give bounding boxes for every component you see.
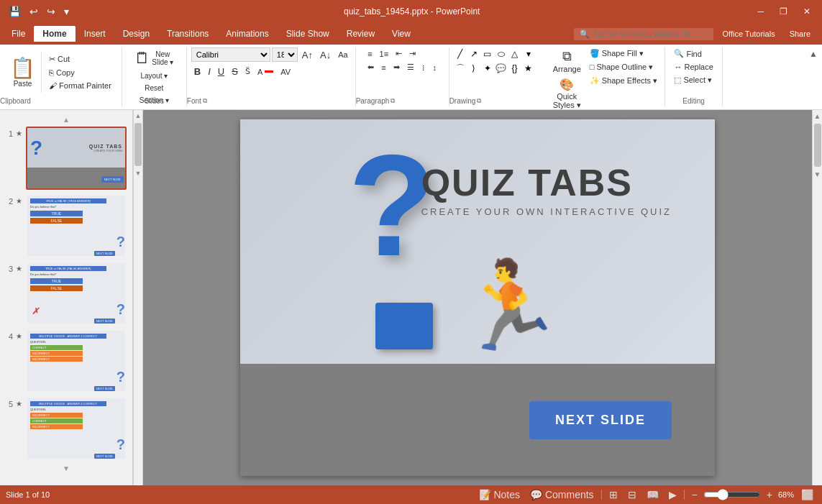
normal-view-button[interactable]: ⊞ — [606, 487, 621, 502]
shape-rect[interactable]: ▭ — [481, 47, 494, 60]
shape-fill-button[interactable]: 🪣 Shape Fill ▾ — [587, 47, 660, 60]
shape-callout[interactable]: 💬 — [495, 62, 508, 75]
replace-button[interactable]: ↔ Replace — [671, 61, 716, 73]
underline-button[interactable]: U — [215, 65, 227, 78]
slide-thumb-3[interactable]: 3 ★ TRUE or FALSE (FALSE ANSWER) Do you … — [3, 262, 129, 325]
restore-button[interactable]: ❐ — [774, 5, 793, 18]
minimize-button[interactable]: ─ — [752, 5, 770, 18]
zoom-in-button[interactable]: + — [764, 487, 775, 502]
scroll-thumb[interactable] — [134, 123, 142, 166]
line-spacing-button[interactable]: ↕ — [430, 61, 440, 73]
redo-button[interactable]: ↪ — [44, 4, 58, 19]
comments-button[interactable]: 💬 Comments — [527, 487, 597, 502]
right-scrollbar[interactable]: ▲ ▼ — [812, 110, 822, 485]
slide-thumb-5[interactable]: 5 ★ MULTIPLE CHOICE - ANSWER 2 CORRECT Q… — [3, 397, 129, 460]
format-painter-button[interactable]: 🖌 Format Painter — [46, 80, 114, 91]
columns-button[interactable]: ⫶ — [419, 61, 429, 73]
bold-button[interactable]: B — [191, 65, 204, 78]
paste-button[interactable]: 📋 Paste — [4, 52, 42, 93]
share-button[interactable]: Share — [784, 28, 816, 40]
find-button[interactable]: 🔍 Find — [671, 47, 704, 60]
decrease-font-button[interactable]: A↓ — [317, 48, 334, 62]
office-tutorials-button[interactable]: Office Tutorials — [716, 28, 780, 40]
slide-canvas[interactable]: ? 🏃 QUIZ TABS CREATE YOUR OWN INTERACTIV… — [240, 119, 715, 476]
copy-button[interactable]: ⎘ Copy — [46, 67, 114, 78]
tab-animations[interactable]: Animations — [217, 26, 277, 42]
slide-thumb-4[interactable]: 4 ★ MULTIPLE CHOICE - ANSWER 1 CORRECT Q… — [3, 329, 129, 393]
slideshow-button[interactable]: ▶ — [666, 487, 680, 502]
collapse-ribbon-button[interactable]: ▲ — [805, 47, 822, 60]
shape-oval[interactable]: ⬭ — [495, 47, 508, 60]
shadow-button[interactable]: S̈ — [242, 65, 253, 78]
decrease-indent-button[interactable]: ⇤ — [393, 47, 405, 60]
clear-format-button[interactable]: Aa — [335, 49, 350, 60]
font-color-button[interactable]: A — [255, 66, 276, 78]
shape-arrow[interactable]: ↗ — [467, 47, 480, 60]
undo-button[interactable]: ↩ — [27, 4, 41, 19]
slide-thumb-2[interactable]: 2 ★ TRUE or FALSE (TRUE ANSWER) Do you b… — [3, 194, 129, 257]
align-right-button[interactable]: ➡ — [391, 61, 403, 73]
slide-preview-2[interactable]: TRUE or FALSE (TRUE ANSWER) Do you belie… — [26, 194, 127, 257]
tab-view[interactable]: View — [383, 26, 419, 42]
increase-indent-button[interactable]: ⇥ — [406, 47, 419, 60]
scroll-down-arrow[interactable]: ▼ — [133, 168, 144, 179]
shape-star[interactable]: ✦ — [481, 62, 494, 75]
slides-scroll-up[interactable]: ▲ — [3, 116, 129, 124]
font-size-select[interactable]: 18 — [272, 47, 298, 62]
align-left-button[interactable]: ⬅ — [365, 61, 377, 73]
fit-slide-button[interactable]: ⬜ — [798, 487, 816, 502]
shape-brace[interactable]: ★ — [522, 62, 535, 75]
tell-me-input[interactable] — [593, 29, 708, 38]
italic-button[interactable]: I — [205, 65, 214, 78]
shape-more[interactable]: ▾ — [522, 47, 535, 60]
font-expand-icon[interactable]: ⧉ — [203, 97, 207, 105]
tab-transitions[interactable]: Transitions — [158, 26, 217, 42]
slide-preview-1[interactable]: ? QUIZ TABS CREATE YOUR OWN NEXT SLIDE — [26, 127, 127, 190]
shape-triangle[interactable]: △ — [508, 47, 521, 60]
slides-panel[interactable]: ▲ 1 ★ ? QUIZ TABS CREATE YOUR OWN NEXT S… — [0, 110, 133, 485]
close-button[interactable]: ✕ — [798, 5, 816, 18]
slides-scroll-down[interactable]: ▼ — [3, 464, 129, 472]
left-scrollbar[interactable]: ▲ ▼ — [133, 110, 143, 485]
right-scroll-thumb[interactable] — [814, 124, 821, 167]
bullets-button[interactable]: ≡ — [365, 47, 375, 60]
zoom-out-button[interactable]: − — [689, 487, 700, 502]
zoom-slider[interactable] — [703, 489, 761, 500]
tab-home[interactable]: Home — [34, 26, 75, 42]
right-scroll-up-arrow[interactable]: ▲ — [812, 110, 822, 122]
scroll-up-arrow[interactable]: ▲ — [133, 110, 144, 122]
notes-button[interactable]: 📝 Notes — [476, 487, 523, 502]
shape-curve[interactable]: ⌒ — [454, 62, 467, 75]
strikethrough-button[interactable]: S — [229, 65, 241, 78]
shape-effects-button[interactable]: ✨ Shape Effects ▾ — [587, 75, 660, 87]
shape-outline-button[interactable]: □ Shape Outline ▾ — [587, 61, 660, 73]
tab-insert[interactable]: Insert — [76, 26, 114, 42]
select-button[interactable]: ⬚ Select ▾ — [671, 74, 715, 86]
tab-review[interactable]: Review — [338, 26, 383, 42]
tab-slideshow[interactable]: Slide Show — [278, 26, 338, 42]
shape-line[interactable]: ╱ — [454, 47, 467, 60]
shape-bracket[interactable]: {} — [508, 62, 521, 75]
reset-button[interactable]: Reset — [142, 83, 166, 93]
tab-design[interactable]: Design — [114, 26, 158, 42]
new-slide-button[interactable]: 🗒 NewSlide ▾ — [132, 47, 176, 69]
numbering-button[interactable]: 1≡ — [377, 47, 392, 60]
next-slide-button[interactable]: NEXT SLIDE — [529, 401, 672, 439]
shape-chevron[interactable]: ⟩ — [467, 62, 480, 75]
slide-preview-3[interactable]: TRUE or FALSE (FALSE ANSWER) Do you beli… — [26, 262, 127, 325]
paragraph-expand-icon[interactable]: ⧉ — [391, 97, 395, 105]
cut-button[interactable]: ✂ Cut — [46, 53, 114, 65]
arrange-button[interactable]: ⧉ Arrange — [550, 47, 584, 75]
slide-preview-4[interactable]: MULTIPLE CHOICE - ANSWER 1 CORRECT QUEST… — [26, 329, 127, 393]
tab-file[interactable]: File — [3, 26, 34, 42]
right-scroll-down-arrow[interactable]: ▼ — [812, 168, 822, 180]
slide-thumb-1[interactable]: 1 ★ ? QUIZ TABS CREATE YOUR OWN NEXT SLI… — [3, 127, 129, 190]
customize-qa-button[interactable]: ▾ — [61, 4, 72, 19]
slide-sorter-button[interactable]: ⊟ — [625, 487, 639, 502]
increase-font-button[interactable]: A↑ — [299, 48, 316, 62]
drawing-expand-icon[interactable]: ⧉ — [477, 97, 481, 105]
align-center-button[interactable]: ≡ — [378, 61, 388, 73]
layout-button[interactable]: Layout ▾ — [137, 70, 170, 81]
reading-view-button[interactable]: 📖 — [644, 487, 662, 502]
slide-preview-5[interactable]: MULTIPLE CHOICE - ANSWER 2 CORRECT QUEST… — [26, 397, 127, 460]
